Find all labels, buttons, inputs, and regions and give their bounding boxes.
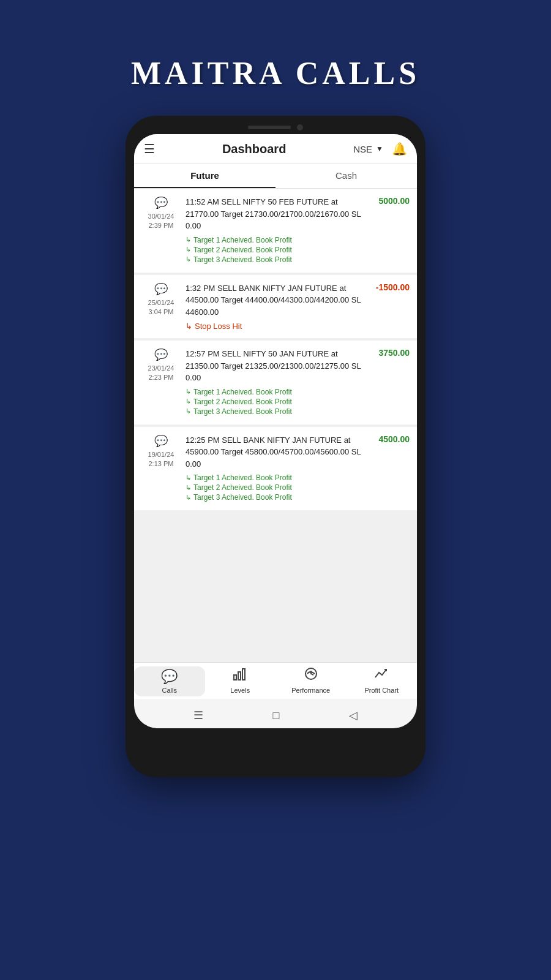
trade-amount: 3750.00 [367,348,410,358]
phone-screen: ☰ Dashboard NSE ▼ 🔔 Future Cash 💬 [134,134,417,728]
nav-levels[interactable]: Levels [205,666,276,696]
android-menu-icon[interactable]: ☰ [193,709,203,722]
trade-date: 30/01/242:39 PM [148,212,174,231]
target-2: ↳ Target 2 Acheived. Book Profit [186,483,362,492]
svg-rect-0 [234,675,236,680]
trade-meta: 💬 30/01/242:39 PM [141,196,181,231]
svg-rect-2 [242,669,245,680]
trade-date: 19/01/242:13 PM [148,450,174,469]
performance-label: Performance [291,687,330,694]
trade-description: 12:57 PM SELL NIFTY 50 JAN FUTURE at 213… [186,348,362,384]
target-3: ↳ Target 3 Acheived. Book Profit [186,407,362,416]
target-1: ↳ Target 1 Acheived. Book Profit [186,473,362,482]
comment-icon[interactable]: 💬 [154,196,168,209]
bottom-nav: 💬 Calls Levels [134,662,417,699]
calls-label: Calls [162,687,177,694]
bell-icon[interactable]: 🔔 [392,141,407,156]
trade-meta: 💬 23/01/242:23 PM [141,348,181,383]
phone-camera [297,124,303,130]
trade-row: 💬 25/01/243:04 PM 1:32 PM SELL BANK NIFT… [134,275,417,339]
exchange-label[interactable]: NSE [353,144,372,154]
comment-icon[interactable]: 💬 [154,434,168,448]
trade-meta: 💬 19/01/242:13 PM [141,434,181,469]
tab-cash[interactable]: Cash [276,164,417,188]
target-2: ↳ Target 2 Acheived. Book Profit [186,398,362,406]
phone-speaker [248,126,291,129]
trade-row: 💬 30/01/242:39 PM 11:52 AM SELL NIFTY 50… [134,189,417,273]
trade-detail: 12:57 PM SELL NIFTY 50 JAN FUTURE at 213… [186,348,362,417]
target-3: ↳ Target 3 Acheived. Book Profit [186,493,362,502]
comment-icon[interactable]: 💬 [154,282,168,296]
trade-row: 💬 19/01/242:13 PM 12:25 PM SELL BANK NIF… [134,427,417,511]
phone-shell: ☰ Dashboard NSE ▼ 🔔 Future Cash 💬 [126,116,425,777]
android-home-icon[interactable]: □ [273,709,280,722]
trade-description: 12:25 PM SELL BANK NIFTY JAN FUTURE at 4… [186,434,362,470]
levels-label: Levels [230,687,250,694]
profit-chart-icon [374,666,389,685]
levels-icon [233,666,247,685]
header: ☰ Dashboard NSE ▼ 🔔 [134,134,417,164]
trade-meta: 💬 25/01/243:04 PM [141,282,181,317]
target-3: ↳ Target 3 Acheived. Book Profit [186,255,362,264]
trade-detail: 1:32 PM SELL BANK NIFTY JAN FUTURE at 44… [186,282,362,331]
android-nav: ☰ □ ◁ [134,703,417,728]
trade-row: 💬 23/01/242:23 PM 12:57 PM SELL NIFTY 50… [134,341,417,424]
android-back-icon[interactable]: ◁ [349,709,358,722]
target-1: ↳ Target 1 Acheived. Book Profit [186,388,362,396]
stop-loss-indicator: ↳ Stop Loss Hit [186,322,362,331]
header-title: Dashboard [222,142,286,156]
trade-detail: 12:25 PM SELL BANK NIFTY JAN FUTURE at 4… [186,434,362,503]
tab-future[interactable]: Future [134,164,276,188]
trade-description: 11:52 AM SELL NIFTY 50 FEB FUTURE at 217… [186,196,362,232]
hamburger-icon[interactable]: ☰ [144,141,155,156]
tab-row: Future Cash [134,164,417,189]
nav-profit-chart[interactable]: Profit Chart [347,666,418,696]
comment-icon[interactable]: 💬 [154,348,168,361]
trade-date: 23/01/242:23 PM [148,364,174,383]
profit-chart-label: Profit Chart [364,687,399,694]
app-title: MAITRA CALLS [131,55,420,91]
trade-amount: 4500.00 [367,434,410,444]
header-right: NSE ▼ 🔔 [353,141,407,156]
performance-icon [304,666,318,685]
exchange-dropdown-icon[interactable]: ▼ [376,145,383,153]
nav-calls[interactable]: 💬 Calls [134,666,205,696]
trade-date: 25/01/243:04 PM [148,298,174,317]
target-1: ↳ Target 1 Acheived. Book Profit [186,236,362,244]
calls-icon: 💬 [161,669,178,685]
trade-description: 1:32 PM SELL BANK NIFTY JAN FUTURE at 44… [186,282,362,318]
phone-notch [134,124,417,130]
nav-performance[interactable]: Performance [276,666,347,696]
trade-amount: 5000.00 [367,196,410,206]
trade-amount: -1500.00 [367,282,410,292]
trade-list[interactable]: 💬 30/01/242:39 PM 11:52 AM SELL NIFTY 50… [134,189,417,662]
trade-detail: 11:52 AM SELL NIFTY 50 FEB FUTURE at 217… [186,196,362,265]
svg-rect-1 [238,672,241,680]
target-2: ↳ Target 2 Acheived. Book Profit [186,246,362,254]
